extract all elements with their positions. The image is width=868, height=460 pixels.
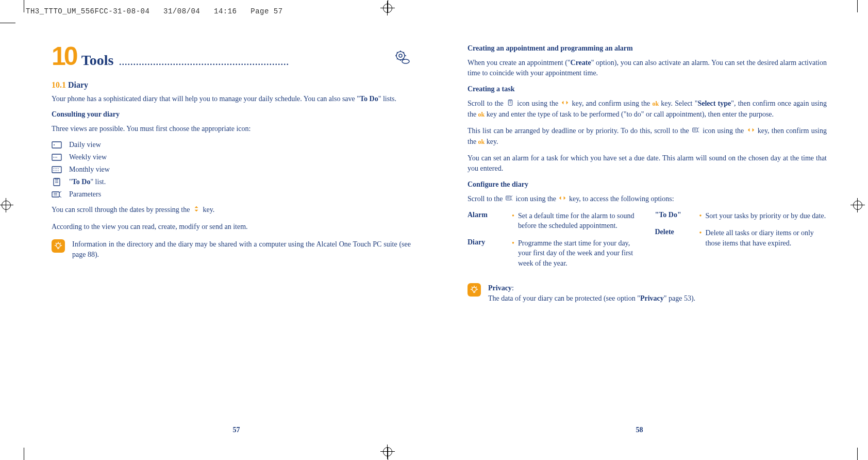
svg-point-7	[55, 157, 56, 158]
settings-list-icon	[692, 126, 699, 136]
list-item: Parameters	[52, 190, 411, 199]
registration-mark-icon	[850, 198, 865, 212]
registration-mark-icon	[380, 445, 395, 459]
svg-point-15	[55, 170, 55, 171]
view-label: "To Do" list.	[69, 178, 106, 186]
svg-point-17	[58, 170, 58, 171]
view-label: Parameters	[69, 190, 101, 199]
chapter-heading: 10 Tools ...............................…	[52, 41, 411, 71]
subheading-creating-task: Creating a task	[468, 85, 827, 93]
option-label: Alarm	[468, 211, 514, 231]
view-label: Weekly view	[69, 153, 107, 161]
chapter-number: 10	[52, 41, 76, 71]
view-label: Monthly view	[69, 166, 110, 174]
svg-line-29	[56, 243, 57, 244]
tip-box: Information in the directory and the dia…	[52, 239, 411, 260]
svg-line-47	[476, 287, 477, 288]
list-item: Monthly view	[52, 166, 411, 174]
todo-list-icon	[52, 178, 62, 186]
print-header: TH3_TTTO_UM_556FCC-31-08-04 31/08/04 14:…	[26, 7, 283, 15]
option-desc: • Programme the start time for your day,…	[514, 238, 640, 269]
crop-mark	[857, 0, 858, 12]
subheading-creating-appointment: Creating an appointment and programming …	[468, 44, 827, 53]
svg-rect-22	[52, 192, 59, 197]
svg-point-11	[55, 168, 55, 169]
consulting-text: Three views are possible. You must first…	[52, 124, 411, 134]
tip-text: Privacy: The data of your diary can be p…	[488, 283, 695, 304]
svg-point-10	[53, 168, 54, 169]
crop-mark	[857, 448, 858, 460]
svg-point-12	[56, 168, 57, 169]
svg-point-4	[54, 144, 55, 145]
subheading-configure: Configure the diary	[468, 180, 827, 189]
svg-point-13	[58, 168, 58, 169]
svg-point-14	[53, 170, 54, 171]
option-desc: • Delete all tasks or diary items or onl…	[702, 228, 827, 248]
list-item: "To Do" list.	[52, 178, 411, 186]
list-item: Weekly view	[52, 153, 411, 161]
ok-key-icon: ok	[478, 111, 485, 118]
page-58: Creating an appointment and programming …	[437, 31, 842, 429]
tip-text: Information in the directory and the dia…	[72, 239, 411, 260]
tip-box: Privacy: The data of your diary can be p…	[468, 283, 827, 304]
svg-point-8	[56, 157, 57, 158]
header-date: 31/08/04	[163, 7, 200, 15]
registration-mark-icon	[0, 198, 13, 212]
svg-line-46	[472, 287, 473, 288]
option-row: "To Do" • Sort your tasks by priority or…	[655, 211, 827, 221]
list-item: Daily view	[52, 141, 411, 149]
section-number: 10.1	[52, 80, 66, 89]
parameters-icon	[52, 190, 62, 199]
option-label: Diary	[468, 238, 514, 269]
paragraph: This list can be arranged by deadline or…	[468, 126, 827, 147]
svg-point-1	[399, 54, 402, 57]
crop-mark	[0, 23, 15, 23]
leftright-key-icon	[747, 126, 755, 136]
according-text: According to the view you can read, crea…	[52, 222, 411, 232]
paragraph: When you create an appointment ("Create"…	[468, 58, 827, 79]
options-grid: Alarm • Set a default time for the alarm…	[468, 211, 827, 276]
ok-key-icon: ok	[652, 100, 659, 107]
paragraph: Scroll to the icon using the key, to acc…	[468, 194, 827, 205]
option-desc: • Sort your tasks by priority or by due …	[702, 211, 826, 221]
monthly-view-icon	[52, 166, 62, 174]
svg-line-30	[60, 243, 61, 244]
svg-rect-9	[52, 167, 61, 173]
option-row: Alarm • Set a default time for the alarm…	[468, 211, 640, 231]
updown-key-icon	[193, 205, 200, 215]
section-title: Diary	[68, 80, 88, 89]
tools-gear-icon	[393, 50, 411, 67]
option-row: Diary • Programme the start time for you…	[468, 238, 640, 269]
ok-key-icon: ok	[478, 138, 485, 145]
option-row: Delete • Delete all tasks or diary items…	[655, 228, 827, 248]
svg-rect-39	[506, 196, 511, 200]
paragraph: You can set an alarm for a task for whic…	[468, 153, 827, 174]
svg-rect-3	[52, 142, 61, 148]
weekly-view-icon	[52, 153, 62, 161]
paragraph: Scroll to the icon using the key, and co…	[468, 98, 827, 120]
intro-paragraph: Your phone has a sophisticated diary tha…	[52, 94, 411, 104]
header-pageref: Page 57	[251, 7, 282, 15]
svg-point-16	[56, 170, 57, 171]
option-desc: • Set a default time for the alarm to so…	[514, 211, 640, 231]
chapter-title: Tools	[81, 52, 114, 69]
crop-mark	[24, 448, 24, 460]
scroll-text: You can scroll through the dates by pres…	[52, 205, 411, 216]
lightbulb-tip-icon	[52, 239, 65, 253]
svg-point-6	[53, 157, 54, 158]
view-label: Daily view	[69, 141, 101, 149]
crop-mark	[24, 0, 24, 12]
svg-point-25	[56, 243, 60, 248]
svg-rect-36	[693, 128, 697, 133]
leader-dots: ........................................…	[119, 55, 388, 68]
leftright-key-icon	[559, 194, 566, 204]
option-label: Delete	[655, 228, 702, 248]
page-number: 57	[233, 426, 240, 434]
settings-list-icon	[506, 194, 513, 204]
lightbulb-tip-icon	[468, 283, 481, 297]
header-filename: TH3_TTTO_UM_556FCC-31-08-04	[26, 7, 149, 15]
page-number: 58	[636, 426, 643, 434]
clipboard-icon	[507, 98, 514, 109]
svg-point-42	[472, 287, 476, 291]
page-57: 10 Tools ...............................…	[36, 31, 437, 429]
